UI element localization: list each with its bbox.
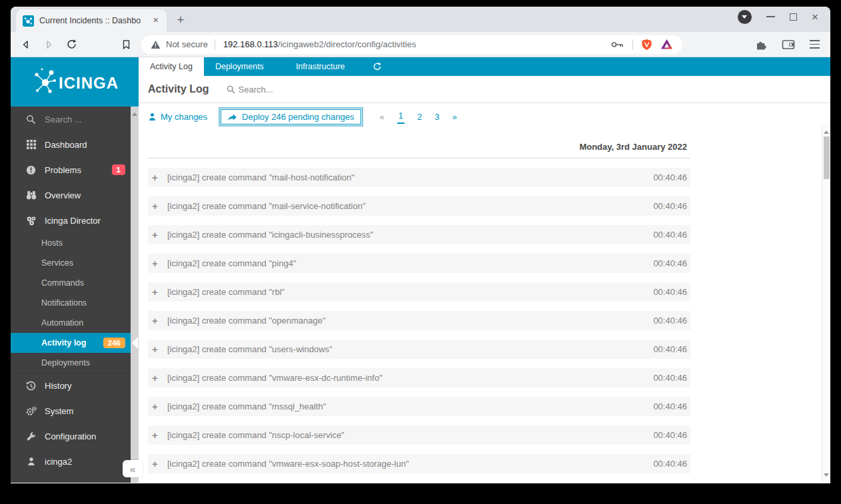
sidebar-item-hosts[interactable]: Hosts (11, 233, 139, 253)
user-icon (25, 457, 37, 466)
page-3[interactable]: 3 (434, 112, 439, 122)
page-next[interactable]: » (452, 112, 456, 122)
sidebar-item-label: Notifications (41, 298, 87, 308)
sidebar-search-input[interactable] (45, 115, 118, 125)
bat-token-icon[interactable] (660, 39, 673, 50)
browser-menu-icon[interactable] (810, 40, 820, 48)
bookmark-icon[interactable] (117, 36, 135, 53)
table-row[interactable]: +[icinga2] create command "ping4"00:40:4… (148, 254, 690, 273)
new-tab-button[interactable]: + (172, 12, 189, 29)
table-row[interactable]: +[icinga2] create command "nscp-local-se… (148, 425, 690, 445)
sidebar-item-configuration[interactable]: Configuration (11, 423, 139, 449)
tab-close-icon[interactable]: × (150, 15, 161, 27)
create-plus-icon: + (152, 372, 161, 383)
sidebar-item-dashboard[interactable]: Dashboard (11, 132, 139, 157)
sidebar-item-label: Hosts (41, 238, 63, 248)
row-message: [icinga2] create command "mail-host-noti… (167, 172, 653, 182)
row-time: 00:40:46 (653, 401, 687, 411)
binoculars-icon (25, 190, 37, 200)
tab-infrastructure[interactable]: Infrastructure (285, 57, 357, 76)
address-bar[interactable]: Not secure 192.168.0.113/icingaweb2/dire… (141, 35, 682, 54)
sidebar-scrollbar[interactable] (131, 107, 139, 483)
sidebar-search[interactable] (11, 107, 139, 132)
page-1[interactable]: 1 (397, 111, 405, 124)
minimize-button[interactable] (766, 16, 775, 17)
sidebar-item-overview[interactable]: Overview (11, 182, 139, 208)
sidebar-item-notifications[interactable]: Notifications (11, 293, 139, 313)
sidebar-item-user[interactable]: icinga2 (11, 449, 139, 474)
sidebar-item-deployments[interactable]: Deployments (11, 353, 139, 373)
wrench-icon (25, 431, 37, 441)
my-changes-link[interactable]: My changes (148, 112, 207, 122)
table-row[interactable]: +[icinga2] create command "vmware-esx-so… (148, 454, 690, 473)
my-changes-label: My changes (161, 112, 207, 122)
create-plus-icon: + (152, 315, 161, 326)
table-row[interactable]: +[icinga2] create command "mail-service-… (148, 196, 690, 216)
window-controls: × (738, 10, 830, 29)
row-time: 00:40:46 (653, 258, 687, 268)
refresh-icon[interactable] (366, 57, 389, 76)
sidebar-item-label: Services (41, 258, 73, 268)
tab-activity-log[interactable]: Activity Log (139, 57, 204, 76)
forward-button[interactable] (40, 36, 57, 53)
sidebar-item-automation[interactable]: Automation (11, 313, 139, 333)
sidebar-item-services[interactable]: Services (11, 253, 139, 273)
table-row[interactable]: +[icinga2] create command "vmware-esx-dc… (148, 368, 690, 387)
window-close-button[interactable]: × (812, 11, 818, 23)
brave-shield-icon[interactable] (641, 39, 652, 51)
scroll-down-arrow-icon[interactable] (824, 473, 829, 479)
scroll-up-arrow-icon[interactable] (132, 110, 137, 116)
scroll-up-arrow-icon[interactable] (824, 128, 829, 134)
sidebar-collapse-button[interactable]: « (123, 460, 143, 477)
sidebar-item-commands[interactable]: Commands (11, 273, 139, 293)
row-time: 00:40:46 (653, 430, 687, 440)
sidebar-menu: Dashboard Problems 1 Overview (11, 107, 139, 474)
extensions-puzzle-icon[interactable] (755, 39, 767, 51)
browser-tab[interactable]: Current Incidents :: Dashbo × (16, 9, 167, 32)
row-time: 00:40:46 (653, 172, 687, 182)
sidebar-item-label: Dashboard (45, 140, 87, 150)
table-row[interactable]: +[icinga2] create command "icingacli-bus… (148, 225, 690, 244)
sidebar-item-activity-log[interactable]: Activity log 246 (11, 333, 139, 353)
table-row[interactable]: +[icinga2] create command "mail-host-not… (148, 168, 690, 187)
content-scrollbar[interactable] (822, 124, 830, 483)
maximize-button[interactable] (790, 13, 797, 21)
deploy-button-label: Deploy 246 pending changes (242, 112, 354, 122)
table-row[interactable]: +[icinga2] create command "rbl"00:40:46 (148, 282, 690, 302)
url-domain: 192.168.0.113 (223, 39, 278, 49)
icinga-logo[interactable]: ICINGA (11, 57, 139, 107)
row-message: [icinga2] create command "mssql_health" (167, 401, 653, 411)
content-search-input[interactable] (239, 85, 359, 95)
deploy-button[interactable]: Deploy 246 pending changes (221, 109, 361, 125)
row-time: 00:40:46 (653, 316, 687, 326)
sidebar-item-system[interactable]: System (11, 398, 139, 423)
icinga-favicon (23, 15, 34, 27)
sidebar-item-label: Icinga Director (45, 216, 101, 226)
row-time: 00:40:46 (653, 373, 687, 383)
row-message: [icinga2] create command "openmanage" (167, 316, 653, 326)
row-message: [icinga2] create command "nscp-local-ser… (167, 430, 653, 440)
sidebar-item-label: Automation (41, 318, 83, 328)
sidebar-item-icinga-director[interactable]: Icinga Director (11, 208, 139, 233)
create-plus-icon: + (152, 229, 161, 240)
director-cluster-icon (25, 216, 37, 226)
back-button[interactable] (17, 36, 35, 53)
sidebar-item-label: Commands (41, 278, 84, 288)
row-message: [icinga2] create command "ping4" (167, 258, 653, 268)
table-row[interactable]: +[icinga2] create command "users-windows… (148, 340, 690, 359)
table-row[interactable]: +[icinga2] create command "mssql_health"… (148, 397, 690, 416)
sidebar-item-problems[interactable]: Problems 1 (11, 157, 139, 182)
sidebar-item-label: Problems (45, 165, 81, 175)
content-search[interactable] (227, 85, 359, 95)
sidebar-item-history[interactable]: History (11, 373, 139, 398)
brave-update-icon[interactable] (738, 10, 752, 24)
scrollbar-thumb[interactable] (824, 136, 830, 179)
table-row[interactable]: +[icinga2] create command "openmanage"00… (148, 311, 690, 330)
page-2[interactable]: 2 (417, 112, 422, 122)
row-message: [icinga2] create command "icingacli-busi… (167, 230, 653, 240)
page-prev[interactable]: « (380, 112, 385, 122)
password-key-icon[interactable] (611, 41, 624, 49)
tab-deployments[interactable]: Deployments (204, 57, 275, 76)
wallet-icon[interactable] (782, 39, 795, 50)
reload-button[interactable] (63, 36, 80, 53)
